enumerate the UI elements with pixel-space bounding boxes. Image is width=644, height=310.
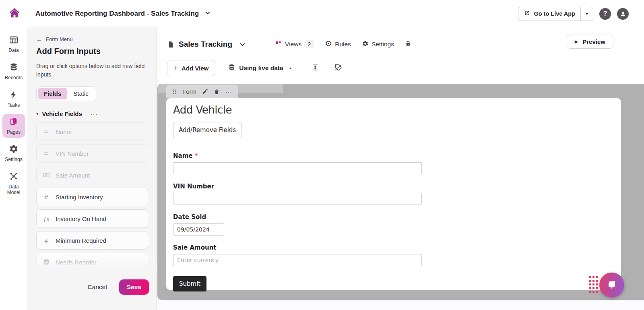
field-option-label: VIN Number	[56, 150, 89, 157]
sidebar-item-data[interactable]: Data	[2, 32, 25, 56]
required-marker: *	[194, 152, 198, 159]
field-option-starting-inventory[interactable]: # Starting Inventory	[36, 188, 148, 206]
external-link-icon	[524, 10, 530, 18]
tab-rules[interactable]: Rules	[325, 40, 351, 49]
date-sold-input[interactable]	[173, 223, 224, 236]
sidebar-item-pages[interactable]: Pages	[2, 114, 25, 138]
sale-amount-input[interactable]	[173, 254, 422, 266]
app-root: Automotive Reporting Dashboard - Sales T…	[0, 0, 644, 310]
delete-view-button[interactable]	[214, 89, 220, 95]
header-actions: Go to Live App ?	[518, 7, 629, 21]
user-avatar-icon	[619, 10, 627, 18]
field-option-name: Name	[36, 122, 148, 141]
view-more-menu[interactable]: ···	[225, 89, 232, 95]
form-field-date-sold: Date Sold	[173, 213, 422, 236]
number-icon: #	[42, 194, 50, 200]
height-adjust-icon	[312, 63, 319, 73]
nav-rail: Data Records Tasks Pages Settings	[0, 27, 27, 310]
tab-fields[interactable]: Fields	[38, 88, 67, 99]
name-input[interactable]	[173, 162, 422, 174]
page-title: Sales Tracking	[179, 40, 232, 49]
sidebar-label: Data Model	[4, 184, 24, 196]
preview-label: Preview	[582, 38, 605, 45]
add-remove-fields-button[interactable]: Add/Remove Fields	[173, 122, 242, 138]
go-to-live-app-label: Go to Live App	[534, 10, 575, 17]
back-arrow-icon: ←	[36, 36, 42, 42]
cancel-button[interactable]: Cancel	[88, 283, 107, 291]
section-menu-icon[interactable]: ···	[91, 110, 98, 117]
sidebar-item-settings[interactable]: Settings	[2, 141, 25, 165]
submit-button[interactable]: Submit	[173, 276, 206, 291]
play-icon: ▶	[575, 39, 578, 44]
canvas-bottom-margin	[157, 300, 644, 310]
widget-drag-dots[interactable]	[589, 276, 598, 293]
go-to-live-app-dropdown[interactable]	[580, 7, 593, 21]
form-view-toolbar: Form ···	[166, 85, 238, 98]
vehicle-fields-section-header[interactable]: ▾ Vehicle Fields ···	[36, 110, 148, 117]
main-area: Sales Tracking Views 2 Rules	[157, 27, 644, 310]
table-icon	[9, 35, 19, 46]
account-button[interactable]	[617, 8, 629, 20]
tab-static[interactable]: Static	[67, 88, 95, 99]
tab-views[interactable]: Views 2	[275, 40, 314, 49]
save-button[interactable]: Save	[119, 279, 149, 295]
field-options-list: Name VIN Number Sale Amount # Starting I…	[36, 122, 148, 271]
home-icon	[8, 7, 21, 21]
panel-description: Drag or click options below to add new f…	[36, 62, 150, 79]
field-option-minimum-required[interactable]: # Minimum Required	[36, 231, 148, 250]
field-label: Name*	[173, 152, 198, 159]
sidebar-label: Pages	[4, 130, 24, 135]
panel-title: Add Form Inputs	[36, 47, 148, 56]
sidebar-label: Settings	[4, 157, 24, 163]
lightning-icon	[9, 90, 19, 101]
field-option-needs-reorder[interactable]: Needs Reorder	[36, 253, 148, 271]
sidebar-label: Data	[4, 48, 24, 54]
add-view-label: Add View	[182, 65, 208, 72]
field-option-label: Minimum Required	[56, 237, 106, 244]
chevron-down-icon	[204, 10, 211, 18]
caret-down-icon	[584, 11, 589, 16]
field-option-vin-number: VIN Number	[36, 144, 148, 163]
form-view-card: Add Vehicle Add/Remove Fields Name* VIN …	[166, 98, 621, 290]
edit-view-button[interactable]	[202, 89, 208, 95]
sidebar-item-records[interactable]: Records	[2, 60, 25, 83]
page-switcher[interactable]	[239, 41, 246, 48]
app-switcher[interactable]	[204, 10, 211, 18]
rules-label: Rules	[335, 41, 351, 48]
field-option-inventory-on-hand[interactable]: ƒx Inventory On Hand	[36, 209, 148, 228]
vin-number-input[interactable]	[173, 193, 422, 205]
view-type-label: Form	[182, 88, 196, 95]
data-source-dropdown[interactable]: Using live data	[224, 60, 296, 76]
tab-settings[interactable]: Settings	[362, 40, 394, 49]
short-text-icon	[42, 150, 50, 157]
database-icon	[228, 64, 235, 73]
page-lock-button[interactable]	[405, 40, 411, 49]
field-option-sale-amount: Sale Amount	[36, 166, 148, 184]
back-label: Form Menu	[46, 36, 72, 42]
toggle-styles-button[interactable]	[334, 63, 343, 73]
form-field-name: Name*	[173, 152, 422, 174]
go-to-live-app-button[interactable]: Go to Live App	[518, 7, 580, 21]
back-to-form-menu[interactable]: ← Form Menu	[36, 36, 148, 42]
views-icon	[275, 40, 282, 49]
form-inputs-panel: ← Form Menu Add Form Inputs Drag or clic…	[27, 27, 157, 310]
help-button[interactable]: ?	[599, 8, 611, 20]
chat-launcher-button[interactable]	[599, 273, 624, 298]
chat-bubble-icon	[605, 279, 618, 291]
add-view-button[interactable]: + Add View	[167, 60, 215, 76]
trash-icon	[214, 89, 220, 95]
chevron-down-icon	[239, 41, 246, 48]
adjust-height-button[interactable]	[312, 63, 319, 73]
preview-button[interactable]: ▶ Preview	[567, 35, 613, 49]
view-header: Sales Tracking Views 2 Rules	[167, 36, 644, 52]
sidebar-item-data-model[interactable]: Data Model	[2, 169, 25, 198]
currency-icon	[42, 172, 50, 179]
sidebar-item-tasks[interactable]: Tasks	[2, 87, 25, 111]
checkbox-icon	[42, 259, 50, 265]
formula-icon: ƒx	[42, 215, 50, 222]
home-button[interactable]	[7, 6, 22, 21]
page-document-icon	[167, 40, 175, 49]
drag-handle-icon[interactable]	[172, 89, 177, 95]
field-option-label: Inventory On Hand	[56, 215, 106, 222]
field-type-toggle: Fields Static	[36, 86, 96, 101]
